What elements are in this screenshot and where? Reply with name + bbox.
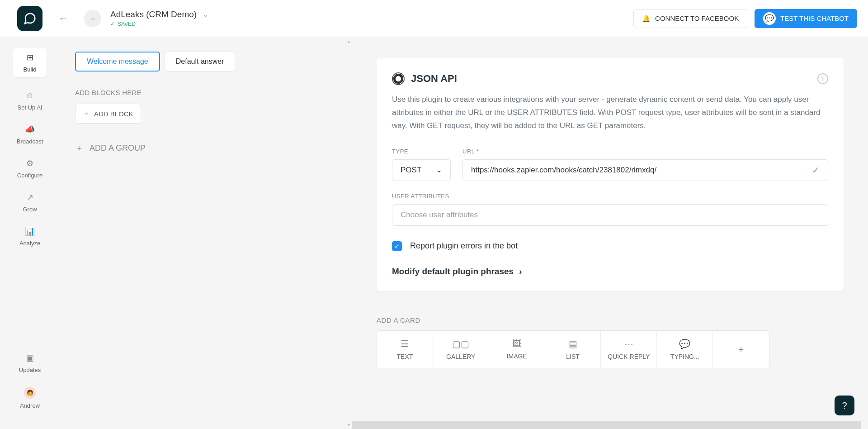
block-welcome-message[interactable]: Welcome message: [75, 52, 160, 72]
blocks-pane: Welcome message Default answer ADD BLOCK…: [60, 37, 352, 429]
plus-icon: ＋: [736, 343, 745, 355]
add-card-item-label: TYPING...: [670, 353, 699, 360]
sidebar-item-configure[interactable]: ⚙ Configure: [14, 158, 46, 179]
add-card-image[interactable]: 🖼 IMAGE: [489, 331, 545, 368]
text-icon: ☰: [401, 338, 409, 349]
list-icon: ▤: [569, 338, 577, 349]
required-mark: *: [476, 148, 479, 155]
bot-name[interactable]: AdLeaks (CRM Demo): [110, 10, 197, 19]
add-card-gallery[interactable]: ▢▢ GALLERY: [433, 331, 489, 368]
url-input[interactable]: [471, 166, 812, 175]
json-api-icon: [392, 72, 405, 85]
add-card-item-label: IMAGE: [507, 353, 527, 360]
type-select[interactable]: POST ⌄: [392, 159, 451, 181]
image-icon: 🖼: [512, 338, 521, 349]
gallery-icon: ▢▢: [452, 338, 469, 349]
horizontal-scrollbar[interactable]: [352, 421, 861, 429]
block-default-answer[interactable]: Default answer: [165, 52, 236, 72]
add-group-label: ADD A GROUP: [90, 143, 146, 153]
add-block-label: ADD BLOCK: [94, 110, 133, 118]
type-label: TYPE: [392, 148, 451, 155]
sidebar-item-build[interactable]: ⊞ Build: [13, 48, 47, 77]
add-card-typing[interactable]: 💬 TYPING...: [657, 331, 713, 368]
sidebar-item-user[interactable]: 🧑 Andrew: [14, 387, 46, 409]
url-label: URL: [462, 148, 475, 155]
sidebar-label: Configure: [17, 172, 42, 179]
app-logo[interactable]: [17, 6, 42, 31]
sidebar-item-broadcast[interactable]: 📣 Broadcast: [14, 124, 46, 145]
grow-icon: ↗: [27, 192, 33, 202]
blocks-scrollbar[interactable]: ▴▾: [345, 37, 352, 429]
gear-icon: ⚙: [26, 158, 33, 168]
topbar: ← ∞ AdLeaks (CRM Demo) ⌄ ✓ SAVED 🔔 CONNE…: [0, 0, 868, 37]
updates-icon: ▣: [26, 353, 34, 363]
add-card-more[interactable]: ＋: [713, 331, 769, 368]
help-icon: ?: [842, 400, 847, 411]
add-card-item-label: QUICK REPLY: [608, 353, 650, 360]
card-description: Use this plugin to create various integr…: [392, 93, 828, 133]
quickreply-icon: ⋯: [624, 338, 633, 349]
test-chatbot-label: TEST THIS CHATBOT: [780, 14, 849, 22]
bell-icon: 🔔: [642, 14, 651, 23]
help-fab-button[interactable]: ?: [835, 396, 854, 415]
user-avatar: 🧑: [24, 387, 36, 399]
check-icon: ✓: [812, 165, 820, 176]
help-icon[interactable]: ?: [817, 73, 828, 84]
typing-icon: 💬: [679, 338, 690, 349]
broadcast-icon: 📣: [25, 124, 35, 134]
test-chatbot-button[interactable]: 💬 TEST THIS CHATBOT: [755, 9, 857, 28]
content-pane: JSON API ? Use this plugin to create var…: [352, 37, 868, 429]
user-attributes-input[interactable]: Choose user attributes: [392, 204, 828, 226]
sidebar-label: Build: [24, 66, 37, 73]
build-icon: ⊞: [27, 52, 33, 62]
modify-phrases-button[interactable]: Modify default plugin phrases ›: [392, 267, 828, 276]
bot-avatar[interactable]: ∞: [84, 10, 101, 27]
add-card-label: ADD A CARD: [377, 316, 844, 324]
report-errors-label: Report plugin errors in the bot: [410, 241, 518, 251]
sidebar-item-setup-ai[interactable]: ☺ Set Up AI: [14, 91, 46, 111]
sidebar-item-analyze[interactable]: 📊 Analyze: [14, 226, 46, 247]
block-label: Welcome message: [87, 57, 148, 66]
add-group-button[interactable]: ＋ ADD A GROUP: [75, 143, 336, 153]
sidebar-item-updates[interactable]: ▣ Updates: [14, 353, 46, 373]
user-name: Andrew: [20, 402, 40, 409]
block-label: Default answer: [176, 57, 224, 66]
sidebar-label: Analyze: [19, 240, 40, 247]
ai-icon: ☺: [26, 91, 34, 100]
connect-fb-label: CONNECT TO FACEBOOK: [655, 14, 739, 22]
sidebar-item-grow[interactable]: ↗ Grow: [14, 192, 46, 213]
report-errors-checkbox[interactable]: ✓: [392, 241, 402, 251]
type-value: POST: [401, 166, 421, 175]
sidebar-label: Set Up AI: [18, 104, 42, 111]
chevron-right-icon: ›: [519, 267, 522, 276]
sidebar-label: Broadcast: [17, 138, 43, 145]
back-arrow-icon[interactable]: ←: [56, 13, 71, 24]
connect-facebook-button[interactable]: 🔔 CONNECT TO FACEBOOK: [633, 9, 747, 28]
chevron-down-icon: ⌄: [436, 165, 442, 175]
add-card-item-label: GALLERY: [446, 353, 475, 360]
check-icon: ✓: [110, 21, 115, 27]
json-api-card: JSON API ? Use this plugin to create var…: [377, 58, 844, 291]
sidebar-label: Grow: [23, 206, 37, 213]
user-attributes-label: USER ATTRIBUTES: [392, 193, 828, 200]
user-attributes-placeholder: Choose user attributes: [401, 210, 478, 219]
sidebar-label: Updates: [19, 367, 41, 373]
add-card-item-label: TEXT: [397, 353, 413, 360]
plus-icon: ＋: [75, 143, 83, 153]
add-card-quick-reply[interactable]: ⋯ QUICK REPLY: [601, 331, 657, 368]
sidebar: ⊞ Build ☺ Set Up AI 📣 Broadcast ⚙ Config…: [0, 37, 60, 429]
add-blocks-here-label: ADD BLOCKS HERE: [75, 89, 336, 96]
chevron-down-icon[interactable]: ⌄: [203, 11, 208, 18]
add-card-item-label: LIST: [566, 353, 580, 360]
add-card-list[interactable]: ▤ LIST: [545, 331, 601, 368]
modify-phrases-label: Modify default plugin phrases: [392, 267, 514, 276]
chart-icon: 📊: [25, 226, 35, 236]
plus-icon: ＋: [83, 110, 90, 118]
add-block-button[interactable]: ＋ ADD BLOCK: [75, 104, 141, 124]
saved-label: SAVED: [118, 21, 136, 27]
messenger-icon: 💬: [763, 12, 776, 25]
card-title: JSON API: [411, 73, 457, 85]
add-card-text[interactable]: ☰ TEXT: [377, 331, 433, 368]
add-card-row: ☰ TEXT ▢▢ GALLERY 🖼 IMAGE ▤ LIST ⋯ QUICK…: [377, 330, 769, 368]
